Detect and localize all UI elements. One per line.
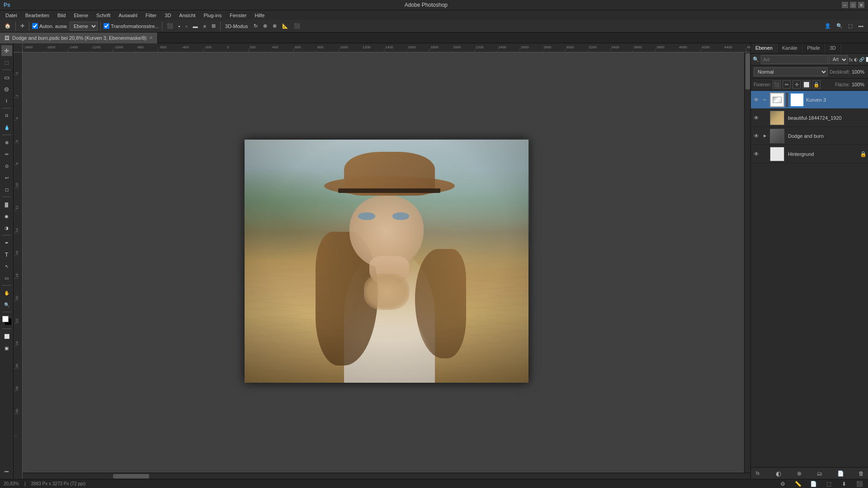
color-swatch[interactable] — [2, 316, 11, 325]
quick-select-tool[interactable]: ⌇ — [1, 95, 12, 106]
layer-visibility-kurven3[interactable]: 👁 — [753, 96, 760, 103]
distribute-button[interactable]: ≡ — [201, 21, 208, 31]
menu-plugins[interactable]: Plug-ins — [200, 12, 225, 19]
opacity-value[interactable]: 100% — [852, 69, 865, 75]
layout-button[interactable]: ⬚ — [846, 21, 854, 31]
share-button[interactable]: 👤 — [823, 21, 833, 31]
layer-new-button[interactable]: 📄 — [835, 469, 845, 479]
align-right-button[interactable]: ▫ — [184, 21, 189, 31]
path-select-tool[interactable]: ↖ — [1, 261, 12, 272]
move-tool[interactable]: ✛ — [1, 45, 12, 56]
filter-btn-1[interactable]: fx — [849, 55, 853, 64]
history-brush-tool[interactable]: ↩ — [1, 172, 12, 183]
snap-button[interactable]: ⊕ — [261, 21, 269, 31]
layer-item-hintergrund[interactable]: 👁 Hintergrund 🔒 — [751, 145, 868, 163]
dodge-tool[interactable]: ◑ — [1, 222, 12, 233]
more-tools-button[interactable]: ⬛ — [292, 21, 302, 31]
foreground-color[interactable] — [2, 316, 9, 322]
menu-filter[interactable]: Filter — [142, 12, 160, 19]
layer-group-button[interactable]: 🗂 — [815, 469, 825, 479]
maximize-button[interactable]: □ — [850, 2, 856, 8]
horizontal-scrollbar[interactable] — [23, 473, 750, 479]
menu-auswahl[interactable]: Auswahl — [115, 12, 141, 19]
distribute2-button[interactable]: ⊞ — [210, 21, 217, 31]
brush-tool[interactable]: ✏ — [1, 149, 12, 160]
blend-mode-select[interactable]: Normal Multiplizieren Abwedeln Nachbelic… — [754, 67, 828, 76]
tab-kanaele[interactable]: Kanäle — [778, 43, 802, 53]
layer-fx-button[interactable]: fx — [753, 469, 763, 479]
auto-select-label[interactable]: Auton. ausw. — [32, 23, 68, 29]
crop-tool[interactable]: ⌗ — [1, 110, 12, 121]
filter-type-select[interactable]: Art — [829, 55, 848, 64]
artboard-tool[interactable]: ⬚ — [1, 57, 12, 68]
menu-datei[interactable]: Datei — [2, 12, 21, 19]
eyedropper-tool[interactable]: 💧 — [1, 122, 12, 133]
status-ruler-button[interactable]: 📏 — [793, 479, 803, 488]
vertical-scrollbar[interactable] — [744, 52, 750, 473]
transform-checkbox[interactable] — [104, 23, 109, 29]
canvas-area[interactable]: -1800 -1600 -1400 -1200 -1000 -800 -600 … — [14, 43, 750, 479]
align-center-button[interactable]: ▪ — [177, 21, 182, 31]
fill-value[interactable]: 100% — [852, 82, 865, 87]
3d-mode-button[interactable]: 3D-Modus — [223, 21, 250, 31]
refresh-button[interactable]: ↻ — [252, 21, 259, 31]
status-new-layer-button[interactable]: 📄 — [808, 479, 818, 488]
layer-adjustment-button[interactable]: ⊕ — [794, 469, 804, 479]
layers-search-input[interactable] — [761, 55, 828, 64]
lasso-tool[interactable]: ⊝ — [1, 84, 12, 94]
tab-3d[interactable]: 3D — [825, 43, 841, 53]
lock-transparent-btn[interactable]: ⬛ — [773, 80, 781, 89]
menu-hilfe[interactable]: Hilfe — [251, 12, 268, 19]
clone-tool[interactable]: ⊙ — [1, 160, 12, 171]
magnet-button[interactable]: ⊗ — [271, 21, 278, 31]
screen-mode-button[interactable]: ▣ — [1, 343, 12, 353]
transform-label[interactable]: Transformationsstre... — [104, 23, 159, 29]
layer-visibility-photo[interactable]: 👁 — [753, 114, 760, 122]
lock-artboard-btn[interactable]: ⬜ — [802, 80, 811, 89]
status-arrange-button[interactable]: ⬚ — [824, 479, 834, 488]
layer-delete-button[interactable]: 🗑 — [856, 469, 866, 479]
hand-tool[interactable]: ✋ — [1, 287, 12, 298]
home-button[interactable]: 🏠 — [3, 21, 13, 31]
eraser-tool[interactable]: ◻ — [1, 184, 12, 195]
layer-item-dodgeburn[interactable]: 👁 ▶ Dodge and burn — [751, 127, 868, 145]
tab-close-button[interactable]: ✕ — [149, 35, 153, 40]
document-tab[interactable]: 🖼 Dodge and burn.psdc bei 20,8% (Kurven … — [0, 33, 158, 43]
healing-tool[interactable]: ⊕ — [1, 137, 12, 148]
marquee-tool[interactable]: ▭ — [1, 72, 12, 83]
blur-tool[interactable]: ◉ — [1, 211, 12, 221]
layer-select[interactable]: Ebene — [70, 22, 98, 31]
shape-tool[interactable]: ▭ — [1, 272, 12, 283]
filter-btn-2[interactable]: ◐ — [854, 55, 858, 64]
tab-pfade[interactable]: Pfade — [802, 43, 825, 53]
text-tool[interactable]: T — [1, 249, 12, 260]
align-left-button[interactable]: ⬛ — [165, 21, 175, 31]
layer-visibility-dodgeburn[interactable]: 👁 — [753, 132, 760, 140]
search-button[interactable]: 🔍 — [835, 21, 844, 31]
menu-ansicht[interactable]: Ansicht — [175, 12, 199, 19]
align-bottom-button[interactable]: ▬ — [191, 21, 199, 31]
zoom-tool[interactable]: 🔍 — [1, 299, 12, 310]
status-download-button[interactable]: ⬇ — [839, 479, 849, 488]
minimize-button[interactable]: − — [842, 2, 848, 8]
layer-item-photo[interactable]: 👁 beautiful-1844724_1920 — [751, 109, 868, 127]
status-settings-button[interactable]: ⚙ — [778, 479, 788, 488]
menu-bearbeiten[interactable]: Bearbeiten — [22, 12, 53, 19]
lock-position-btn[interactable]: ✛ — [793, 80, 801, 89]
close-button[interactable]: ✕ — [858, 2, 864, 8]
layer-expand-icon[interactable]: ▶ — [762, 133, 768, 139]
filter-btn-4[interactable]: 📄 — [865, 55, 868, 64]
tab-ebenen[interactable]: Ebenen — [751, 43, 778, 53]
lock-image-btn[interactable]: ✏ — [783, 80, 791, 89]
menu-fenster[interactable]: Fenster — [226, 12, 250, 19]
more-options-button[interactable]: ••• — [856, 21, 865, 31]
menu-ebene[interactable]: Ebene — [70, 12, 92, 19]
lock-all-btn[interactable]: 🔒 — [812, 80, 821, 89]
auto-select-checkbox[interactable] — [32, 23, 38, 29]
rule-button[interactable]: 📐 — [280, 21, 290, 31]
layer-item-kurven3[interactable]: 👁 ✏ Kurven 3 — [751, 91, 868, 109]
layer-mask-button[interactable]: ◐ — [774, 469, 783, 479]
more-tools-btn[interactable]: ••• — [1, 466, 12, 477]
menu-schrift[interactable]: Schrift — [93, 12, 114, 19]
filter-btn-3[interactable]: 🔗 — [859, 55, 864, 64]
